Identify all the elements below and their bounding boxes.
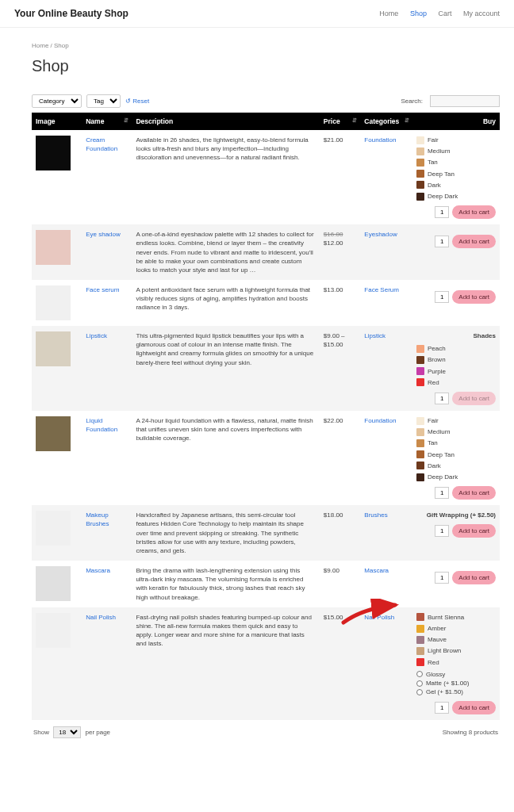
product-link[interactable]: Lipstick [86, 332, 107, 339]
product-price: $9.00 [320, 561, 361, 607]
finish-option[interactable]: Gel (+ $1.50) [416, 688, 496, 696]
finish-option[interactable]: Matte (+ $1.00) [416, 679, 496, 688]
swatch-label: Red [428, 658, 439, 667]
product-thumb[interactable] [36, 511, 71, 546]
product-link[interactable]: Cream Foundation [86, 136, 117, 152]
category-link[interactable]: Lipstick [364, 332, 386, 339]
product-thumb[interactable] [36, 136, 71, 170]
product-price: $16.00$12.00 [320, 224, 361, 280]
swatch-option[interactable]: Red [416, 658, 496, 667]
add-to-cart-button[interactable]: Add to cart [452, 524, 496, 538]
quantity-input[interactable] [435, 236, 449, 247]
product-thumb[interactable] [36, 416, 71, 451]
quantity-input[interactable] [435, 393, 449, 404]
product-link[interactable]: Nail Polish [86, 614, 116, 621]
add-to-cart-button[interactable]: Add to cart [452, 290, 496, 304]
category-link[interactable]: Face Serum [364, 286, 399, 293]
gift-wrap-option[interactable]: Gift Wrapping (+ $2.50) [416, 511, 496, 519]
add-to-cart-button[interactable]: Add to cart [452, 571, 496, 584]
swatch-option[interactable]: Tan [416, 158, 496, 167]
quantity-input[interactable] [435, 291, 449, 303]
swatch-option[interactable]: Medium [416, 147, 496, 155]
finish-radio[interactable] [416, 671, 423, 677]
color-chip [416, 625, 424, 633]
col-desc: Description [132, 113, 319, 130]
product-link[interactable]: Makeup Brushes [86, 511, 109, 527]
table-footer: Show 18 per page Showing 8 products [32, 720, 500, 738]
swatch-option[interactable]: Burnt Sienna [416, 613, 496, 622]
swatch-option[interactable]: Fair [416, 416, 496, 425]
tag-filter[interactable]: Tag [86, 94, 121, 108]
product-link[interactable]: Mascara [86, 567, 110, 574]
buy-cell: Add to cart [412, 280, 500, 326]
color-chip [416, 181, 424, 189]
color-chip [416, 613, 424, 621]
swatch-option[interactable]: Brown [416, 355, 496, 364]
swatch-option[interactable]: Deep Tan [416, 170, 496, 178]
category-filter[interactable]: Category [32, 94, 82, 108]
swatch-option[interactable]: Dark [416, 462, 496, 470]
swatch-option[interactable]: Red [416, 378, 496, 387]
add-to-cart-button[interactable]: Add to cart [452, 235, 496, 248]
nav-shop[interactable]: Shop [410, 10, 427, 17]
quantity-input[interactable] [435, 525, 449, 537]
swatch-option[interactable]: Medium [416, 427, 496, 436]
product-thumb[interactable] [36, 566, 71, 601]
swatch-option[interactable]: Deep Dark [416, 192, 496, 201]
quantity-input[interactable] [435, 702, 449, 714]
add-to-cart-button[interactable]: Add to cart [452, 486, 496, 500]
color-chip [416, 136, 424, 144]
category-link[interactable]: Foundation [364, 417, 396, 424]
swatch-option[interactable]: Peach [416, 344, 496, 353]
finish-radio[interactable] [416, 689, 423, 695]
product-thumb[interactable] [36, 285, 71, 320]
table-row: LipstickThis ultra-pigmented liquid lips… [32, 326, 500, 411]
add-to-cart-button[interactable]: Add to cart [452, 205, 496, 219]
table-row: Face serumA potent antioxidant face seru… [32, 280, 500, 326]
product-price: $22.00 [320, 411, 361, 505]
quantity-input[interactable] [435, 572, 449, 584]
product-link[interactable]: Eye shadow [86, 231, 121, 238]
breadcrumb-home[interactable]: Home [32, 42, 48, 49]
category-link[interactable]: Foundation [364, 136, 396, 144]
product-price: $18.00 [320, 505, 361, 561]
reset-button[interactable]: Reset [125, 98, 149, 105]
swatch-option[interactable]: Purple [416, 367, 496, 376]
product-thumb[interactable] [36, 331, 71, 366]
result-count: Showing 8 products [443, 729, 498, 736]
nav-account[interactable]: My account [463, 10, 500, 17]
add-to-cart-button[interactable]: Add to cart [452, 701, 496, 714]
swatch-option[interactable]: Tan [416, 439, 496, 447]
product-thumb[interactable] [36, 230, 71, 265]
category-link[interactable]: Mascara [364, 567, 389, 574]
nav-home[interactable]: Home [379, 10, 398, 17]
swatch-option[interactable]: Light Brown [416, 646, 496, 655]
col-price[interactable]: Price [320, 113, 361, 130]
product-link[interactable]: Liquid Foundation [86, 417, 117, 433]
col-buy: Buy [412, 113, 500, 130]
product-link[interactable]: Face serum [86, 286, 119, 293]
swatch-option[interactable]: Deep Dark [416, 473, 496, 481]
swatch-option[interactable]: Mauve [416, 635, 496, 644]
finish-option[interactable]: Glossy [416, 670, 496, 679]
finish-radio[interactable] [416, 680, 423, 687]
swatch-option[interactable]: Amber [416, 624, 496, 633]
swatch-option[interactable]: Fair [416, 136, 496, 144]
category-link[interactable]: Eyeshadow [364, 231, 397, 238]
swatch-option[interactable]: Dark [416, 181, 496, 190]
quantity-input[interactable] [435, 487, 449, 499]
perpage-select[interactable]: 18 [53, 726, 81, 738]
swatch-label: Peach [428, 344, 446, 353]
col-categories[interactable]: Categories [360, 113, 412, 130]
swatch-option[interactable]: Deep Tan [416, 450, 496, 459]
product-thumb[interactable] [36, 613, 71, 648]
swatch-label: Burnt Sienna [428, 613, 464, 622]
swatch-label: Medium [428, 427, 450, 436]
category-link[interactable]: Brushes [364, 511, 387, 519]
nav-cart[interactable]: Cart [438, 10, 451, 17]
category-link[interactable]: Nail Polish [364, 614, 394, 621]
col-name[interactable]: Name [82, 113, 132, 130]
quantity-input[interactable] [435, 206, 449, 218]
swatch-label: Light Brown [428, 646, 461, 655]
search-input[interactable] [430, 95, 500, 107]
